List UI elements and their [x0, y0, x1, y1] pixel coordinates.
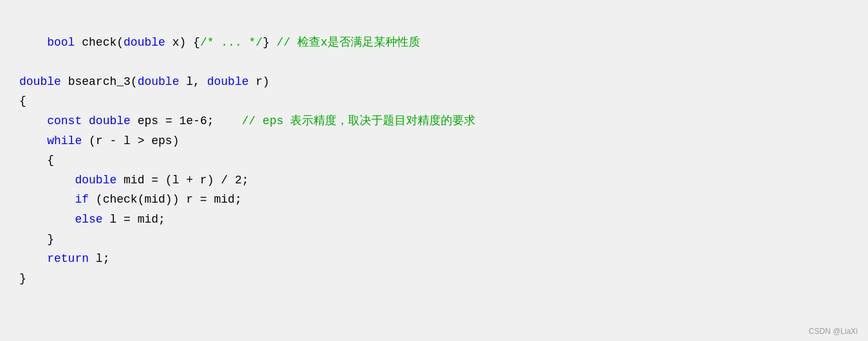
line-12: return l;	[19, 252, 109, 265]
line-10: else l = mid;	[19, 213, 165, 226]
line-6: while (r - l > eps)	[19, 134, 179, 147]
line-7: {	[19, 154, 54, 167]
line-2	[19, 55, 26, 68]
line-4: {	[19, 95, 26, 107]
line-5: const double eps = 1e-6; // eps 表示精度，取决于…	[19, 115, 476, 127]
line-8: double mid = (l + r) / 2;	[19, 174, 248, 187]
line-11: }	[19, 233, 54, 246]
line-3: double bsearch_3(double l, double r)	[19, 75, 270, 88]
line-1: bool check(double x) {/* ... */} // 检查x是…	[47, 36, 420, 49]
line-13: }	[19, 272, 26, 285]
line-9: if (check(mid)) r = mid;	[19, 193, 242, 206]
code-container: bool check(double x) {/* ... */} // 检查x是…	[0, 0, 868, 341]
watermark: CSDN @LiaXi	[809, 327, 858, 336]
code-block: bool check(double x) {/* ... */} // 检查x是…	[19, 13, 849, 308]
